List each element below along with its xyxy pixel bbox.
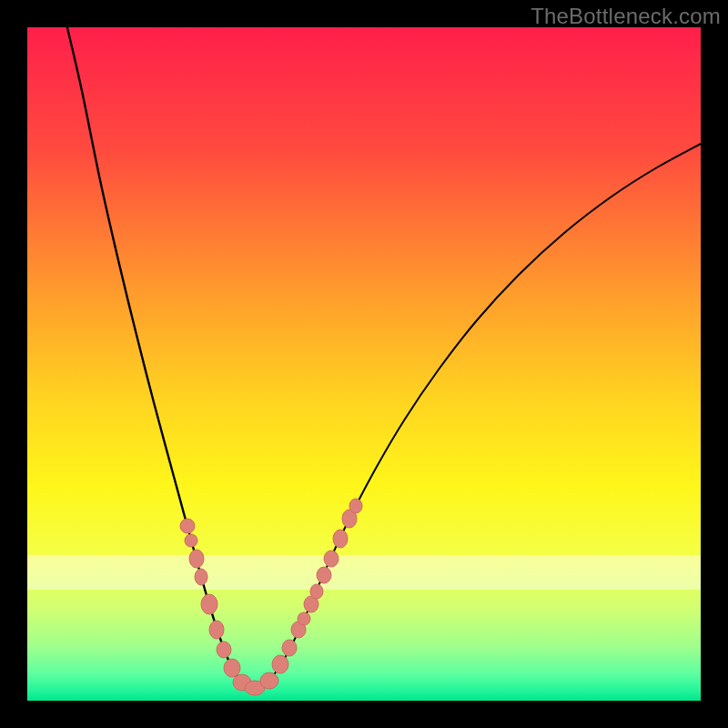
- data-marker: [324, 551, 339, 567]
- data-marker: [260, 672, 278, 689]
- data-marker: [317, 567, 331, 583]
- data-marker: [333, 530, 348, 548]
- gradient-background: [27, 27, 701, 701]
- plot-area: [27, 27, 701, 701]
- data-marker: [310, 584, 323, 599]
- data-marker: [195, 569, 207, 585]
- data-marker: [185, 534, 197, 547]
- data-marker: [282, 640, 297, 656]
- data-marker: [217, 642, 231, 658]
- chart-svg: [27, 27, 701, 701]
- data-marker: [201, 594, 217, 614]
- watermark-text: TheBottleneck.com: [531, 4, 721, 29]
- data-marker: [272, 655, 288, 673]
- chart-frame: TheBottleneck.com: [0, 0, 728, 728]
- data-marker: [209, 621, 224, 639]
- data-marker: [298, 612, 310, 625]
- data-marker: [224, 659, 240, 677]
- data-marker: [349, 499, 362, 513]
- data-marker: [189, 550, 204, 568]
- data-marker: [180, 519, 195, 533]
- highlight-band: [27, 555, 701, 590]
